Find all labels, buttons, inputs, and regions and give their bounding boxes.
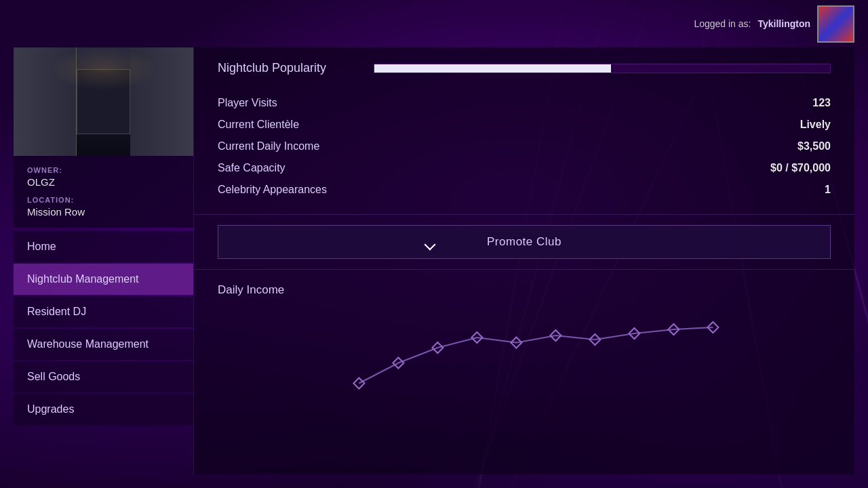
chart-line: [359, 327, 713, 384]
location-label: LOCATION:: [27, 196, 180, 204]
sidebar-item-home[interactable]: Home: [14, 231, 193, 262]
sidebar: OWNER: OLGZ LOCATION: Mission Row Home N…: [14, 47, 193, 474]
stat-row-current-daily-income: Current Daily Income $3,500: [218, 136, 831, 157]
stat-value-safe-capacity: $0 / $70,000: [770, 162, 831, 174]
top-bar: Logged in as: Tykillington: [0, 0, 868, 47]
content-area: OWNER: OLGZ LOCATION: Mission Row Home N…: [0, 47, 868, 488]
popularity-label: Nightclub Popularity: [218, 61, 353, 75]
stat-label-current-daily-income: Current Daily Income: [218, 140, 319, 152]
stats-list: Player Visits 123 Current Clientèle Live…: [218, 92, 831, 201]
avatar-face: [818, 7, 853, 41]
alley-light: [50, 47, 157, 91]
owner-info: OWNER: OLGZ LOCATION: Mission Row: [14, 156, 193, 228]
avatar: [817, 5, 854, 43]
stat-row-safe-capacity: Safe Capacity $0 / $70,000: [218, 157, 831, 179]
nav-menu: Home Nightclub Management Resident DJ Wa…: [14, 231, 193, 425]
chart-title: Daily Income: [218, 283, 831, 297]
stat-label-current-clientele: Current Clientèle: [218, 119, 299, 131]
sidebar-item-warehouse-management[interactable]: Warehouse Management: [14, 329, 193, 360]
stat-label-safe-capacity: Safe Capacity: [218, 162, 285, 174]
stat-value-celebrity-appearances: 1: [825, 184, 831, 196]
sidebar-item-upgrades[interactable]: Upgrades: [14, 394, 193, 425]
stat-value-player-visits: 123: [812, 97, 831, 109]
popularity-bar-fill: [374, 64, 611, 73]
chart-container: [218, 310, 831, 432]
user-info: Logged in as: Tykillington: [694, 5, 854, 43]
logged-in-label: Logged in as:: [694, 18, 751, 29]
stat-label-celebrity-appearances: Celebrity Appearances: [218, 184, 327, 196]
owner-value: OLGZ: [27, 176, 180, 188]
popularity-bar-container: [374, 64, 831, 73]
popularity-row: Nightclub Popularity: [218, 61, 831, 75]
location-value: Mission Row: [27, 206, 180, 218]
stat-label-player-visits: Player Visits: [218, 97, 277, 109]
sidebar-item-sell-goods[interactable]: Sell Goods: [14, 361, 193, 392]
main-container: Logged in as: Tykillington: [0, 0, 868, 488]
chart-section: Daily Income: [194, 270, 854, 474]
main-panel: Nightclub Popularity Player Visits 123 C…: [193, 47, 854, 474]
sidebar-item-resident-dj[interactable]: Resident DJ: [14, 296, 193, 327]
owner-label: OWNER:: [27, 166, 180, 174]
daily-income-chart: [218, 310, 831, 432]
stats-section: Nightclub Popularity Player Visits 123 C…: [194, 47, 854, 215]
stat-value-current-daily-income: $3,500: [797, 140, 831, 152]
stat-value-current-clientele: Lively: [800, 119, 831, 131]
stat-row-player-visits: Player Visits 123: [218, 92, 831, 114]
username-label: Tykillington: [757, 18, 810, 29]
club-image-inner: [14, 47, 193, 156]
promote-section: Promote Club: [194, 215, 854, 270]
promote-club-button[interactable]: Promote Club: [218, 225, 831, 259]
sidebar-item-nightclub-management[interactable]: Nightclub Management: [14, 264, 193, 295]
stat-row-current-clientele: Current Clientèle Lively: [218, 114, 831, 136]
club-image: [14, 47, 193, 156]
stat-row-celebrity-appearances: Celebrity Appearances 1: [218, 179, 831, 201]
